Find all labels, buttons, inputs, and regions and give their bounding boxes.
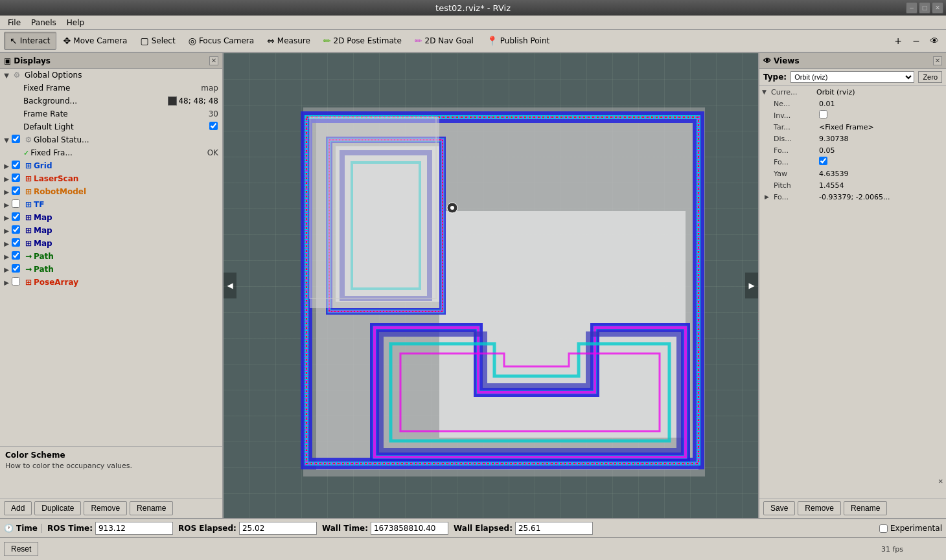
- views-dis-row[interactable]: Dis... 9.30738: [759, 133, 946, 144]
- interact-button[interactable]: ↖ Interact: [4, 32, 56, 50]
- publish-point-label: Publish Point: [500, 36, 549, 45]
- view-scroll-left[interactable]: ◀: [224, 273, 236, 298]
- path1-check[interactable]: [12, 251, 22, 262]
- tf-row[interactable]: ▶ ⊞ TF: [0, 198, 222, 211]
- views-yaw-row[interactable]: Yaw 4.63539: [759, 168, 946, 179]
- maximize-button[interactable]: □: [919, 2, 930, 14]
- menu-file[interactable]: File: [3, 17, 26, 28]
- publish-point-button[interactable]: 📍 Publish Point: [481, 32, 555, 50]
- views-rename-button[interactable]: Rename: [844, 501, 887, 515]
- map2-check[interactable]: [12, 225, 22, 236]
- displays-panel-close[interactable]: ✕: [209, 56, 218, 65]
- map3-check[interactable]: [12, 238, 22, 249]
- focus-camera-button[interactable]: ◎ Focus Camera: [183, 32, 260, 50]
- pose-estimate-button[interactable]: ✏ 2D Pose Estimate: [317, 32, 408, 50]
- menu-help[interactable]: Help: [62, 17, 89, 28]
- views-fo3-row[interactable]: ▶ Fo... -0.93379; -2.0065...: [759, 191, 946, 203]
- pose-estimate-label: 2D Pose Estimate: [334, 36, 402, 45]
- default-light-row[interactable]: Default Light: [0, 120, 222, 133]
- rename-button[interactable]: Rename: [130, 501, 173, 515]
- map1-row[interactable]: ▶ ⊞ Map: [0, 211, 222, 224]
- map1-icon: ⊞: [23, 213, 34, 222]
- views-panel-close[interactable]: ✕: [933, 56, 942, 65]
- view-scroll-right[interactable]: ▶: [745, 273, 758, 298]
- menu-panels[interactable]: Panels: [26, 17, 62, 28]
- fixed-frame-status-row[interactable]: ✓ Fixed Fra... OK: [0, 146, 222, 159]
- select-button[interactable]: ▢ Select: [134, 32, 181, 50]
- posearray-row[interactable]: ▶ ⊞ PoseArray: [0, 276, 222, 289]
- fixed-frame-label: Fixed Frame: [23, 84, 201, 93]
- background-row[interactable]: Background... 48; 48; 48: [0, 95, 222, 107]
- time-panel-close[interactable]: ✕: [938, 478, 943, 485]
- grid-row[interactable]: ▶ ⊞ Grid: [0, 159, 222, 172]
- 3d-view[interactable]: ◀ ▶: [224, 53, 758, 518]
- views-type-select[interactable]: Orbit (rviz): [790, 71, 914, 83]
- wall-time-value: 1673858810.40: [371, 522, 448, 535]
- global-options-label: Global Options: [22, 71, 221, 80]
- wall-time-label: Wall Time:: [322, 524, 368, 533]
- toolbar-extra: + − 👁: [890, 33, 942, 49]
- move-camera-button[interactable]: ✥ Move Camera: [58, 32, 133, 50]
- laserscan-check[interactable]: [12, 174, 22, 184]
- interact-icon: ↖: [10, 36, 17, 46]
- map3-icon: ⊞: [23, 239, 34, 248]
- background-value: 48; 48; 48: [178, 96, 218, 106]
- path2-expander: ▶: [1, 266, 12, 273]
- views-tar-row[interactable]: Tar... <Fixed Frame>: [759, 121, 946, 133]
- map3-row[interactable]: ▶ ⊞ Map: [0, 237, 222, 250]
- toolbar-add-button[interactable]: +: [890, 33, 906, 49]
- views-type-row: Type: Orbit (rviz) Zero: [759, 69, 946, 86]
- views-yaw-value: 4.63539: [819, 170, 943, 178]
- views-zero-button[interactable]: Zero: [918, 71, 942, 83]
- views-fo1-row[interactable]: Fo... 0.05: [759, 144, 946, 156]
- fixed-frame-row[interactable]: Fixed Frame map: [0, 82, 222, 95]
- views-near-row[interactable]: Ne... 0.01: [759, 98, 946, 109]
- experimental-check[interactable]: [879, 524, 888, 533]
- path1-row[interactable]: ▶ → Path: [0, 250, 222, 263]
- views-current-row[interactable]: ▼ Curre... Orbit (rviz): [759, 86, 946, 98]
- posearray-check[interactable]: [12, 277, 22, 287]
- add-button[interactable]: Add: [4, 501, 32, 515]
- map2-row[interactable]: ▶ ⊞ Map: [0, 224, 222, 237]
- robotmodel-check[interactable]: [12, 186, 22, 197]
- frame-rate-row[interactable]: Frame Rate 30: [0, 107, 222, 120]
- map1-check[interactable]: [12, 212, 22, 223]
- default-light-check[interactable]: [209, 122, 220, 132]
- toolbar-eye-button[interactable]: 👁: [927, 33, 942, 49]
- background-value-wrap: 48; 48; 48: [168, 96, 221, 106]
- grid-check[interactable]: [12, 161, 22, 171]
- close-button[interactable]: ✕: [932, 2, 943, 14]
- views-fo2-row[interactable]: Fo...: [759, 156, 946, 168]
- tf-check[interactable]: [12, 199, 22, 210]
- views-panel: 👁 Views ✕ Type: Orbit (rviz) Zero ▼ Curr…: [758, 53, 946, 518]
- path2-check[interactable]: [12, 264, 22, 274]
- views-inv-row[interactable]: Inv...: [759, 109, 946, 121]
- remove-button[interactable]: Remove: [84, 501, 127, 515]
- robotmodel-row[interactable]: ▶ ⊞ RobotModel: [0, 185, 222, 198]
- views-inv-check[interactable]: [819, 110, 827, 118]
- fixed-frame-status-label: Fixed Fra...: [30, 148, 207, 157]
- global-options-row[interactable]: ▼ ⚙ Global Options: [0, 69, 222, 82]
- displays-panel: ▣ Displays ✕ ▼ ⚙ Global Options Fixed Fr…: [0, 53, 224, 518]
- displays-panel-title: Displays: [14, 56, 51, 65]
- measure-button[interactable]: ⇔ Measure: [261, 32, 316, 50]
- duplicate-button[interactable]: Duplicate: [34, 501, 81, 515]
- views-current-label: Curre...: [771, 88, 816, 96]
- global-status-check[interactable]: [12, 135, 22, 145]
- nav-goal-icon: ✏: [415, 36, 422, 46]
- minimize-button[interactable]: −: [906, 2, 917, 14]
- reset-button[interactable]: Reset: [4, 542, 38, 556]
- views-fo2-check[interactable]: [819, 157, 827, 165]
- measure-label: Measure: [277, 36, 310, 45]
- views-remove-button[interactable]: Remove: [798, 501, 841, 515]
- nav-goal-button[interactable]: ✏ 2D Nav Goal: [409, 32, 479, 50]
- toolbar-minus-button[interactable]: −: [908, 33, 924, 49]
- views-save-button[interactable]: Save: [763, 501, 795, 515]
- views-inv-label: Inv...: [774, 111, 819, 120]
- laserscan-row[interactable]: ▶ ⊞ LaserScan: [0, 172, 222, 185]
- global-status-row[interactable]: ▼ ⚙ Global Statu...: [0, 133, 222, 146]
- map1-label: Map: [34, 213, 221, 222]
- frame-rate-value: 30: [209, 109, 221, 118]
- path2-row[interactable]: ▶ → Path: [0, 263, 222, 276]
- views-pitch-row[interactable]: Pitch 1.4554: [759, 179, 946, 191]
